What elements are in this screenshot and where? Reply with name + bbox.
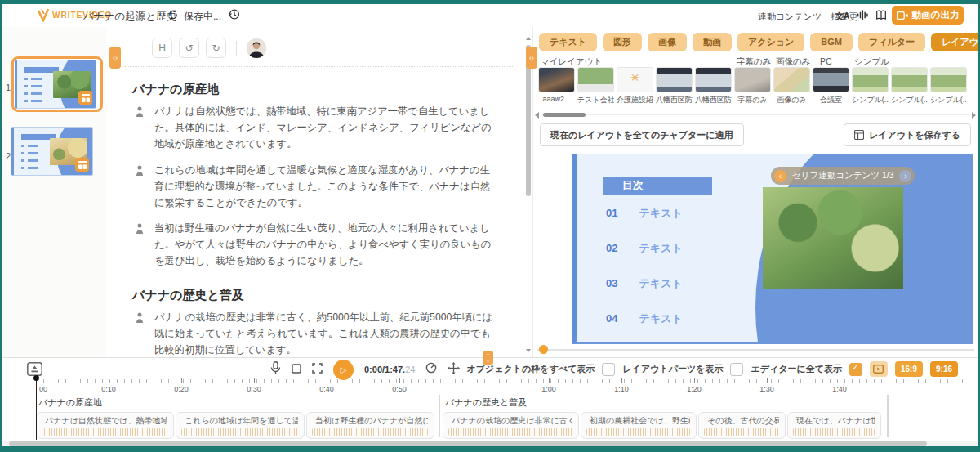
paragraph-text[interactable]: これらの地域は年間を通して温暖な気候と適度な湿度があり、バナナの生育に理想的な環… [154, 163, 500, 212]
translate-icon[interactable]: 文A [835, 11, 849, 22]
slide-preview-canvas[interactable]: 目次 01テキスト 02テキスト 03テキスト 04テキスト ‹ セリフ連動コン… [572, 154, 973, 344]
apply-layout-all-button[interactable]: 現在のレイアウトを全てのチャプターに適用 [540, 123, 744, 146]
heading-button[interactable]: H [152, 38, 172, 58]
layout-thumb[interactable]: 八幡西区防... [656, 67, 693, 105]
chapter-title[interactable]: バナナの歴史と普及 [445, 396, 890, 409]
banana-illustration[interactable] [763, 187, 903, 289]
fullscreen-icon[interactable] [312, 362, 323, 377]
tab-layout[interactable]: レイアウト [931, 33, 978, 51]
export-video-button[interactable]: 動画の出力 [892, 6, 964, 25]
layout-thumb[interactable]: aaaw2... [538, 67, 575, 105]
chapter-title[interactable]: バナナの原産地 [38, 396, 439, 409]
preview-progress-handle[interactable] [539, 345, 548, 354]
prev-content-button[interactable]: ‹ [774, 170, 786, 182]
aspect-9-16-button[interactable]: 9:16 [930, 361, 958, 377]
scroll-up-arrow[interactable] [526, 37, 531, 40]
toc-item: 02テキスト [606, 241, 683, 256]
thumbnails-scrollbar[interactable] [533, 112, 978, 119]
sync-icon[interactable] [167, 9, 179, 24]
layout-thumb[interactable]: 画像のみ [773, 67, 810, 105]
timeline-scrollbar[interactable] [2, 441, 978, 446]
audio-clip[interactable]: 当初は野生種のバナナが自然に生い茂り、... [306, 412, 434, 439]
save-layout-label: レイアウトを保存する [869, 124, 960, 145]
scroll-right-arrow[interactable] [972, 112, 976, 119]
toggle-layout-parts-checkbox[interactable] [730, 363, 743, 376]
editor-toolbar: H ↺ ↻ [106, 27, 532, 58]
document-title[interactable]: バナナの起源と歴史 [83, 10, 176, 24]
toggle-layout-parts-label: レイアウトパーツを表示 [622, 363, 723, 375]
layout-thumb[interactable]: テスト会社 [577, 67, 614, 105]
layout-thumb[interactable]: 字幕のみ [734, 67, 771, 105]
paragraph-text[interactable]: 当初は野生種のバナナが自然に生い茂り、地元の人々に利用されていました。やがて人々… [154, 221, 500, 270]
tab-action[interactable]: アクション [737, 33, 804, 51]
layout-thumb[interactable]: シンプル(... [852, 67, 889, 105]
audio-wave-icon[interactable] [857, 9, 869, 25]
collapse-right-panel-handle[interactable]: ‹› [526, 47, 537, 69]
ruler-label: 0:40 [319, 385, 334, 393]
playhead-handle[interactable] [33, 375, 39, 381]
layout-thumb[interactable]: 介護施設紹... [617, 67, 653, 105]
scroll-down-arrow[interactable] [526, 349, 531, 352]
layout-save-icon [854, 130, 864, 140]
scrollbar-thumb[interactable] [543, 113, 586, 117]
toggle-object-frames-checkbox[interactable] [602, 363, 615, 376]
tab-shapes[interactable]: 図形 [603, 33, 642, 51]
layout-thumb[interactable]: シンプル(... [891, 67, 928, 105]
next-content-button[interactable]: › [899, 170, 911, 182]
waveform [448, 428, 572, 436]
slide-layout-button[interactable] [78, 91, 92, 105]
history-icon[interactable] [228, 8, 240, 24]
collapse-left-panel-handle[interactable]: ‹› [109, 47, 121, 69]
paragraph-text[interactable]: バナナの栽培の歴史は非常に古く、約5000年以上前、紀元前5000年頃には既に始… [154, 310, 500, 357]
toggle-show-all-editor-checkbox[interactable] [849, 363, 862, 376]
tab-text[interactable]: テキスト [539, 33, 597, 51]
stop-icon[interactable] [292, 362, 301, 377]
ruler-label: 1:20 [687, 385, 702, 393]
redo-button[interactable]: ↻ [206, 38, 226, 58]
slide-number: 1 [6, 83, 11, 92]
section-heading[interactable]: バナナの原産地 [132, 82, 500, 97]
audio-clip[interactable]: 初期の農耕社会では、野生種から種子が... [581, 412, 697, 439]
ruler-label: 00 [39, 385, 47, 393]
mic-icon[interactable] [270, 361, 281, 378]
slide-thumbnail-2[interactable] [11, 127, 96, 176]
aspect-16-9-button[interactable]: 16:9 [895, 361, 923, 377]
time-display: 0:00/1:47.24 [364, 365, 415, 374]
tab-images[interactable]: 画像 [648, 33, 687, 51]
audio-clip[interactable]: バナナの栽培の歴史は非常に古く、約5000年以... [443, 412, 579, 439]
layout-thumb[interactable]: 会議室 [813, 67, 849, 105]
audio-clip[interactable]: その後、古代の交易路を通じて... [698, 412, 786, 439]
section-heading[interactable]: バナナの歴史と普及 [132, 288, 500, 303]
slide-layout-button[interactable] [75, 158, 89, 172]
play-button[interactable]: ▷ [333, 360, 354, 380]
timeline-resize-handle[interactable]: ⌃⌄ [483, 351, 493, 365]
layout-thumb[interactable]: シンプル(... [930, 67, 967, 105]
tab-video[interactable]: 動画 [693, 33, 732, 51]
speaker-person-icon [136, 104, 144, 153]
editor-scrollbar[interactable] [525, 37, 532, 352]
editor-content: バナナの原産地 バナナは自然状態では、熱帯地域、特に東南アジア一帯で自生していま… [106, 67, 532, 357]
timeline-ruler[interactable] [36, 379, 968, 383]
slide-thumbnail-1[interactable] [11, 56, 103, 112]
tab-bgm[interactable]: BGM [810, 33, 853, 51]
chapter-1: バナナの原産地 バナナは自然状態では、熱帯地域、特に... これらの地域は年間を… [36, 396, 439, 439]
preview-progress-track[interactable] [537, 349, 974, 351]
toc-item: 03テキスト [606, 276, 683, 291]
scroll-left-arrow[interactable] [535, 112, 539, 119]
undo-button[interactable]: ↺ [179, 38, 199, 58]
tab-filter[interactable]: フィルター [858, 33, 925, 51]
audio-clip[interactable]: これらの地域は年間を通して温暖な気候... [176, 412, 305, 439]
toolbar-divider [236, 41, 237, 56]
save-layout-button[interactable]: レイアウトを保存する [844, 123, 971, 146]
playback-speed-icon[interactable] [425, 362, 437, 377]
paragraph-text[interactable]: バナナは自然状態では、熱帯地域、特に東南アジア一帯で自生していました。具体的には… [154, 104, 500, 153]
audio-clip[interactable]: 現在では、バナナは世界中で最... [787, 412, 881, 439]
move-tool-icon[interactable] [448, 362, 460, 378]
layout-thumb[interactable]: 八幡西区防... [695, 67, 732, 105]
preview-mode-button[interactable] [870, 361, 888, 377]
scrollbar-thumb[interactable] [9, 441, 927, 446]
guide-book-icon[interactable] [875, 9, 888, 25]
narrator-avatar[interactable] [247, 38, 266, 58]
audio-clip[interactable]: バナナは自然状態では、熱帯地域、特に... [36, 412, 174, 439]
toggle-show-all-editor-label: エディターに全て表示 [751, 363, 842, 375]
